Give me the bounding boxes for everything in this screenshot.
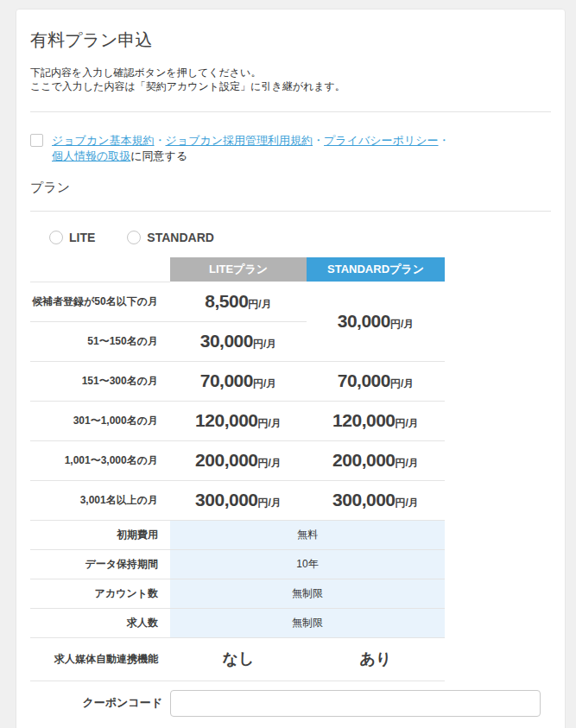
- row-label: 求人媒体自動連携機能: [30, 637, 170, 681]
- table-row: 3,001名以上の月 300,000円/月 300,000円/月: [30, 480, 445, 520]
- coupon-row: クーポンコード: [30, 690, 551, 717]
- table-row: 求人数 無制限: [30, 608, 445, 637]
- coupon-input[interactable]: [170, 690, 541, 717]
- description-line-1: 下記内容を入力し確認ボタンを押してください。: [30, 66, 261, 79]
- agreement-checkbox[interactable]: [30, 134, 43, 147]
- radio-lite-label: LITE: [69, 231, 95, 244]
- radio-option-standard[interactable]: STANDARD: [127, 231, 214, 244]
- lite-price-cell: 70,000円/月: [170, 361, 307, 401]
- table-row: 151〜300名の月 70,000円/月 70,000円/月: [30, 361, 445, 401]
- row-label: アカウント数: [30, 579, 170, 608]
- row-label: 3,001名以上の月: [30, 480, 170, 520]
- description-line-2: ここで入力した内容は「契約アカウント設定」に引き継がれます。: [30, 80, 345, 92]
- standard-price-cell: 200,000円/月: [307, 440, 445, 480]
- lite-feature-cell: なし: [170, 637, 307, 681]
- lite-price-cell: 120,000円/月: [170, 401, 307, 440]
- divider: [30, 111, 551, 112]
- standard-price-cell: 120,000円/月: [307, 401, 445, 440]
- standard-price-cell: 300,000円/月: [307, 480, 445, 520]
- link-jobcan-recruitment-terms[interactable]: ジョブカン採用管理利用規約: [166, 134, 313, 147]
- page-description: 下記内容を入力し確認ボタンを押してください。 ここで入力した内容は「契約アカウン…: [30, 66, 551, 93]
- row-label: データ保持期間: [30, 549, 170, 579]
- row-label: 51〜150名の月: [30, 321, 170, 361]
- info-value-cell: 無料: [170, 520, 445, 549]
- lite-price-cell: 8,500円/月: [170, 282, 307, 321]
- table-row: 301〜1,000名の月 120,000円/月 120,000円/月: [30, 401, 445, 440]
- link-separator: ・: [439, 134, 450, 147]
- radio-standard-icon[interactable]: [127, 231, 141, 244]
- row-label: 1,001〜3,000名の月: [30, 440, 170, 480]
- info-value-cell: 無制限: [170, 579, 445, 608]
- radio-standard-label: STANDARD: [147, 231, 214, 244]
- radio-option-lite[interactable]: LITE: [49, 231, 95, 244]
- divider: [30, 211, 551, 212]
- page-title: 有料プラン申込: [30, 28, 551, 52]
- link-separator: ・: [313, 134, 324, 147]
- row-label: 301〜1,000名の月: [30, 401, 170, 440]
- pricing-table-header-row: LITEプラン STANDARDプラン: [30, 257, 445, 282]
- table-row: 初期費用 無料: [30, 520, 445, 549]
- link-separator: ・: [155, 134, 166, 147]
- radio-lite-icon[interactable]: [49, 231, 63, 244]
- table-row: アカウント数 無制限: [30, 579, 445, 608]
- standard-price-cell-merged: 30,000円/月: [307, 282, 445, 361]
- plan-radio-group: LITE STANDARD: [30, 231, 551, 244]
- row-label: 求人数: [30, 608, 170, 637]
- table-row: データ保持期間 10年: [30, 549, 445, 579]
- standard-price-cell: 70,000円/月: [307, 361, 445, 401]
- info-value-cell: 無制限: [170, 608, 445, 637]
- plan-section-heading: プラン: [30, 180, 551, 196]
- agreement-suffix: に同意する: [130, 149, 187, 162]
- plan-application-card: 有料プラン申込 下記内容を入力し確認ボタンを押してください。 ここで入力した内容…: [16, 9, 566, 728]
- table-row: 求人媒体自動連携機能 なし あり: [30, 637, 445, 681]
- agreement-section: ジョブカン基本規約・ジョブカン採用管理利用規約・プライバシーポリシー・ 個人情報…: [30, 133, 551, 164]
- agreement-text: ジョブカン基本規約・ジョブカン採用管理利用規約・プライバシーポリシー・ 個人情報…: [52, 133, 450, 164]
- row-label: 候補者登録が50名以下の月: [30, 282, 170, 321]
- lite-price-cell: 200,000円/月: [170, 440, 307, 480]
- standard-feature-cell: あり: [307, 637, 445, 681]
- lite-price-cell: 30,000円/月: [170, 321, 307, 361]
- link-privacy-policy[interactable]: プライバシーポリシー: [324, 134, 438, 147]
- empty-header-cell: [30, 257, 170, 282]
- row-label: 151〜300名の月: [30, 361, 170, 401]
- pricing-table: LITEプラン STANDARDプラン 候補者登録が50名以下の月 8,500円…: [30, 257, 445, 681]
- row-label: 初期費用: [30, 520, 170, 549]
- coupon-label: クーポンコード: [30, 695, 170, 711]
- info-value-cell: 10年: [170, 549, 445, 579]
- standard-plan-header: STANDARDプラン: [307, 257, 445, 282]
- table-row: 1,001〜3,000名の月 200,000円/月 200,000円/月: [30, 440, 445, 480]
- table-row: 候補者登録が50名以下の月 8,500円/月 30,000円/月: [30, 282, 445, 321]
- lite-plan-header: LITEプラン: [170, 257, 307, 282]
- link-personal-info-handling[interactable]: 個人情報の取扱: [52, 149, 130, 162]
- lite-price-cell: 300,000円/月: [170, 480, 307, 520]
- link-jobcan-basic-terms[interactable]: ジョブカン基本規約: [52, 134, 155, 147]
